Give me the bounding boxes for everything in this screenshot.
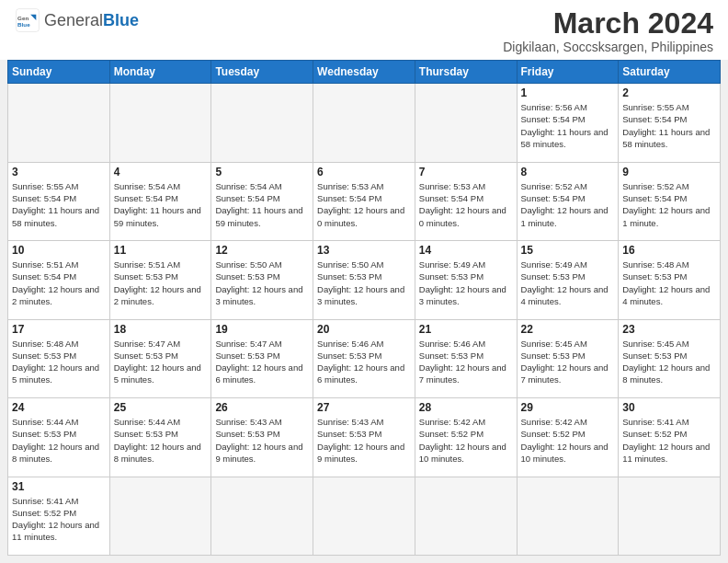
day-cell: 1Sunrise: 5:56 AM Sunset: 5:54 PM Daylig…: [517, 84, 619, 162]
day-number: 3: [12, 166, 106, 178]
day-number: 6: [317, 166, 411, 178]
day-info: Sunrise: 5:41 AM Sunset: 5:52 PM Dayligh…: [622, 416, 716, 465]
day-info: Sunrise: 5:53 AM Sunset: 5:54 PM Dayligh…: [419, 180, 513, 229]
logo-text: GeneralBlue: [44, 11, 139, 30]
day-cell: [313, 84, 415, 162]
day-info: Sunrise: 5:56 AM Sunset: 5:54 PM Dayligh…: [521, 101, 615, 150]
day-number: 11: [114, 244, 208, 257]
day-number: 22: [521, 323, 615, 336]
day-info: Sunrise: 5:47 AM Sunset: 5:53 PM Dayligh…: [114, 338, 208, 386]
col-sunday: Sunday: [8, 61, 110, 84]
col-saturday: Saturday: [619, 61, 721, 84]
week-row-0: 1Sunrise: 5:56 AM Sunset: 5:54 PM Daylig…: [8, 84, 721, 162]
calendar-subtitle: Digkilaan, Soccsksargen, Philippines: [503, 40, 713, 54]
day-cell: [109, 84, 211, 162]
day-info: Sunrise: 5:52 AM Sunset: 5:54 PM Dayligh…: [521, 180, 615, 229]
day-number: 19: [215, 323, 309, 336]
day-cell: [211, 477, 313, 555]
day-cell: 15Sunrise: 5:49 AM Sunset: 5:53 PM Dayli…: [517, 241, 619, 319]
day-number: 4: [114, 166, 208, 178]
day-cell: 4Sunrise: 5:54 AM Sunset: 5:54 PM Daylig…: [109, 162, 211, 240]
day-cell: [8, 84, 110, 162]
day-cell: 24Sunrise: 5:44 AM Sunset: 5:53 PM Dayli…: [8, 398, 110, 477]
day-cell: 31Sunrise: 5:41 AM Sunset: 5:52 PM Dayli…: [8, 477, 110, 555]
day-cell: [211, 84, 313, 162]
day-cell: [415, 477, 517, 555]
day-cell: 27Sunrise: 5:43 AM Sunset: 5:53 PM Dayli…: [313, 398, 415, 477]
day-cell: 29Sunrise: 5:42 AM Sunset: 5:52 PM Dayli…: [517, 398, 619, 477]
day-number: 13: [317, 244, 411, 257]
day-info: Sunrise: 5:50 AM Sunset: 5:53 PM Dayligh…: [215, 259, 309, 307]
day-cell: 5Sunrise: 5:54 AM Sunset: 5:54 PM Daylig…: [211, 162, 313, 240]
day-info: Sunrise: 5:46 AM Sunset: 5:53 PM Dayligh…: [317, 338, 411, 386]
day-cell: 20Sunrise: 5:46 AM Sunset: 5:53 PM Dayli…: [313, 319, 415, 397]
calendar-body: 1Sunrise: 5:56 AM Sunset: 5:54 PM Daylig…: [8, 84, 721, 556]
day-number: 12: [215, 244, 309, 257]
day-cell: 26Sunrise: 5:43 AM Sunset: 5:53 PM Dayli…: [211, 398, 313, 477]
day-number: 8: [521, 166, 615, 178]
day-info: Sunrise: 5:42 AM Sunset: 5:52 PM Dayligh…: [521, 416, 615, 465]
day-number: 5: [215, 166, 309, 178]
week-row-1: 3Sunrise: 5:55 AM Sunset: 5:54 PM Daylig…: [8, 162, 721, 240]
day-cell: 12Sunrise: 5:50 AM Sunset: 5:53 PM Dayli…: [211, 241, 313, 319]
day-info: Sunrise: 5:41 AM Sunset: 5:52 PM Dayligh…: [12, 495, 106, 544]
title-block: March 2024 Digkilaan, Soccsksargen, Phil…: [503, 7, 713, 54]
svg-text:Blue: Blue: [17, 21, 30, 28]
day-info: Sunrise: 5:55 AM Sunset: 5:54 PM Dayligh…: [12, 180, 106, 229]
day-cell: [517, 477, 619, 555]
day-cell: 7Sunrise: 5:53 AM Sunset: 5:54 PM Daylig…: [415, 162, 517, 240]
day-cell: 17Sunrise: 5:48 AM Sunset: 5:53 PM Dayli…: [8, 319, 110, 397]
day-info: Sunrise: 5:45 AM Sunset: 5:53 PM Dayligh…: [521, 338, 615, 386]
day-number: 16: [622, 244, 716, 257]
day-cell: [109, 477, 211, 555]
day-info: Sunrise: 5:43 AM Sunset: 5:53 PM Dayligh…: [215, 416, 309, 465]
day-number: 20: [317, 323, 411, 336]
day-number: 21: [419, 323, 513, 336]
day-info: Sunrise: 5:48 AM Sunset: 5:53 PM Dayligh…: [622, 259, 716, 307]
day-cell: 2Sunrise: 5:55 AM Sunset: 5:54 PM Daylig…: [619, 84, 721, 162]
day-info: Sunrise: 5:54 AM Sunset: 5:54 PM Dayligh…: [114, 180, 208, 229]
col-tuesday: Tuesday: [211, 61, 313, 84]
day-info: Sunrise: 5:44 AM Sunset: 5:53 PM Dayligh…: [114, 416, 208, 465]
week-row-3: 17Sunrise: 5:48 AM Sunset: 5:53 PM Dayli…: [8, 319, 721, 397]
day-number: 17: [12, 323, 106, 336]
day-number: 15: [521, 244, 615, 257]
day-info: Sunrise: 5:42 AM Sunset: 5:52 PM Dayligh…: [419, 416, 513, 465]
svg-text:Gen: Gen: [17, 15, 28, 21]
day-info: Sunrise: 5:55 AM Sunset: 5:54 PM Dayligh…: [622, 101, 716, 150]
calendar-title: March 2024: [503, 7, 713, 40]
day-cell: 11Sunrise: 5:51 AM Sunset: 5:53 PM Dayli…: [109, 241, 211, 319]
day-cell: 23Sunrise: 5:45 AM Sunset: 5:53 PM Dayli…: [619, 319, 721, 397]
col-thursday: Thursday: [415, 61, 517, 84]
header: Gen Blue GeneralBlue March 2024 Digkilaa…: [0, 0, 728, 60]
day-info: Sunrise: 5:53 AM Sunset: 5:54 PM Dayligh…: [317, 180, 411, 229]
day-info: Sunrise: 5:54 AM Sunset: 5:54 PM Dayligh…: [215, 180, 309, 229]
day-cell: 14Sunrise: 5:49 AM Sunset: 5:53 PM Dayli…: [415, 241, 517, 319]
day-number: 26: [215, 401, 309, 414]
day-number: 7: [419, 166, 513, 178]
day-cell: 25Sunrise: 5:44 AM Sunset: 5:53 PM Dayli…: [109, 398, 211, 477]
day-cell: [415, 84, 517, 162]
header-row: Sunday Monday Tuesday Wednesday Thursday…: [8, 61, 721, 84]
day-number: 10: [12, 244, 106, 257]
day-cell: 16Sunrise: 5:48 AM Sunset: 5:53 PM Dayli…: [619, 241, 721, 319]
day-number: 2: [622, 86, 716, 99]
day-cell: [619, 477, 721, 555]
week-row-5: 31Sunrise: 5:41 AM Sunset: 5:52 PM Dayli…: [8, 477, 721, 555]
day-cell: 9Sunrise: 5:52 AM Sunset: 5:54 PM Daylig…: [619, 162, 721, 240]
day-number: 27: [317, 401, 411, 414]
generalblue-logo-icon: Gen Blue: [15, 7, 40, 33]
day-info: Sunrise: 5:52 AM Sunset: 5:54 PM Dayligh…: [622, 180, 716, 229]
day-cell: 28Sunrise: 5:42 AM Sunset: 5:52 PM Dayli…: [415, 398, 517, 477]
day-cell: 8Sunrise: 5:52 AM Sunset: 5:54 PM Daylig…: [517, 162, 619, 240]
day-number: 23: [622, 323, 716, 336]
day-number: 31: [12, 480, 106, 493]
day-cell: 22Sunrise: 5:45 AM Sunset: 5:53 PM Dayli…: [517, 319, 619, 397]
col-wednesday: Wednesday: [313, 61, 415, 84]
col-friday: Friday: [517, 61, 619, 84]
day-cell: 6Sunrise: 5:53 AM Sunset: 5:54 PM Daylig…: [313, 162, 415, 240]
day-cell: 10Sunrise: 5:51 AM Sunset: 5:54 PM Dayli…: [8, 241, 110, 319]
week-row-2: 10Sunrise: 5:51 AM Sunset: 5:54 PM Dayli…: [8, 241, 721, 319]
day-cell: 30Sunrise: 5:41 AM Sunset: 5:52 PM Dayli…: [619, 398, 721, 477]
day-info: Sunrise: 5:51 AM Sunset: 5:54 PM Dayligh…: [12, 259, 106, 307]
